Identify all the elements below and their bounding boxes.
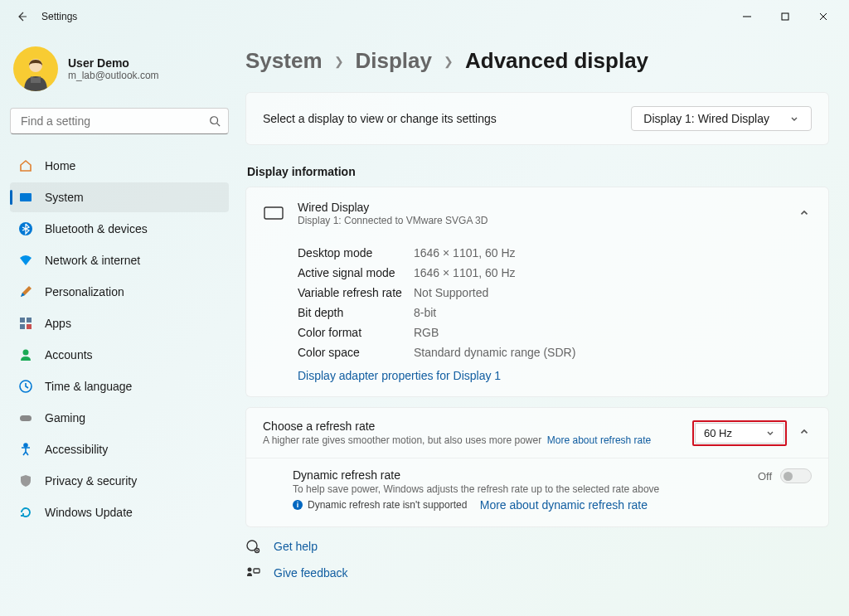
nav-gaming[interactable]: Gaming <box>10 403 229 433</box>
chevron-down-icon <box>765 428 775 438</box>
get-help-link[interactable]: Get help <box>245 539 829 554</box>
svg-rect-8 <box>27 324 32 329</box>
more-refresh-link[interactable]: More about refresh rate <box>547 434 651 446</box>
shield-icon <box>18 473 33 488</box>
info-key: Active signal mode <box>298 266 414 279</box>
nav-label: Accessibility <box>45 443 108 456</box>
clock-icon <box>18 379 33 394</box>
nav-personalization[interactable]: Personalization <box>10 277 229 307</box>
display-selector[interactable]: Display 1: Wired Display <box>631 106 812 131</box>
nav-label: Time & language <box>45 380 132 393</box>
toggle-label: Off <box>758 470 772 483</box>
svg-rect-17 <box>254 569 260 573</box>
chevron-down-icon <box>789 114 799 124</box>
dynamic-title: Dynamic refresh rate <box>293 468 746 482</box>
info-key: Bit depth <box>298 306 414 319</box>
refresh-rate-selector[interactable]: 60 Hz <box>695 423 784 444</box>
maximize-button[interactable] <box>766 3 804 30</box>
breadcrumb: System ❯ Display ❯ Advanced display <box>245 48 829 74</box>
crumb-system[interactable]: System <box>245 48 323 74</box>
back-button[interactable] <box>13 8 30 25</box>
crumb-display[interactable]: Display <box>356 48 433 74</box>
system-icon <box>18 190 33 205</box>
nav-network[interactable]: Network & internet <box>10 245 229 275</box>
info-val: Not Supported <box>414 286 488 299</box>
refresh-sub: A higher rate gives smoother motion, but… <box>263 434 541 446</box>
nav-bluetooth[interactable]: Bluetooth & devices <box>10 214 229 244</box>
info-icon: i <box>293 500 303 510</box>
section-display-info: Display information <box>247 165 829 178</box>
feedback-icon <box>245 565 260 580</box>
nav-label: Network & internet <box>45 254 140 267</box>
svg-rect-7 <box>20 324 25 329</box>
help-label: Get help <box>274 540 318 553</box>
nav-label: System <box>45 191 84 204</box>
window-title: Settings <box>41 11 77 22</box>
collapse-button[interactable] <box>798 425 812 440</box>
info-val: 1646 × 1101, 60 Hz <box>414 266 516 279</box>
nav-label: Personalization <box>45 285 124 298</box>
back-arrow-icon <box>15 10 28 23</box>
help-icon <box>245 539 260 554</box>
person-icon <box>18 347 33 362</box>
display-name: Wired Display <box>298 201 785 214</box>
nav-label: Home <box>45 159 75 172</box>
bluetooth-icon <box>18 221 33 236</box>
user-account[interactable]: User Demo m_lab@outlook.com <box>13 46 226 91</box>
nav-label: Privacy & security <box>45 474 137 487</box>
paintbrush-icon <box>18 284 33 299</box>
svg-rect-0 <box>782 13 788 20</box>
home-icon <box>18 158 33 173</box>
nav-privacy[interactable]: Privacy & security <box>10 466 229 496</box>
select-display-prompt: Select a display to view or change its s… <box>263 112 631 125</box>
wifi-icon <box>18 253 33 268</box>
svg-rect-6 <box>27 318 32 323</box>
nav-home[interactable]: Home <box>10 151 229 181</box>
chevron-right-icon: ❯ <box>334 55 344 68</box>
user-name: User Demo <box>68 56 159 70</box>
svg-point-2 <box>211 117 218 124</box>
info-key: Variable refresh rate <box>298 286 414 299</box>
dynamic-sub: To help save power, Windows adjusts the … <box>293 483 746 495</box>
crumb-current: Advanced display <box>465 48 648 74</box>
nav-accessibility[interactable]: Accessibility <box>10 434 229 464</box>
display-connected: Display 1: Connected to VMware SVGA 3D <box>298 215 785 226</box>
monitor-icon <box>263 206 284 222</box>
svg-point-9 <box>23 350 29 356</box>
nav-label: Bluetooth & devices <box>45 222 148 235</box>
dynamic-note: Dynamic refresh rate isn't supported <box>308 499 467 511</box>
info-val: RGB <box>414 326 439 339</box>
svg-rect-3 <box>20 193 32 201</box>
refresh-title: Choose a refresh rate <box>263 420 681 433</box>
adapter-properties-link[interactable]: Display adapter properties for Display 1 <box>298 369 501 382</box>
nav-label: Windows Update <box>45 506 133 519</box>
svg-point-12 <box>24 444 27 447</box>
nav-system[interactable]: System <box>10 182 229 212</box>
svg-rect-5 <box>20 318 25 323</box>
info-key: Color format <box>298 326 414 339</box>
collapse-button[interactable] <box>798 206 812 221</box>
svg-rect-13 <box>264 207 283 219</box>
nav-accounts[interactable]: Accounts <box>10 340 229 370</box>
close-button[interactable] <box>804 3 842 30</box>
avatar <box>13 46 58 91</box>
give-feedback-link[interactable]: Give feedback <box>245 565 829 580</box>
nav-label: Apps <box>45 317 71 330</box>
nav-label: Gaming <box>45 411 85 424</box>
minimize-button[interactable] <box>728 3 766 30</box>
nav-windows-update[interactable]: Windows Update <box>10 497 229 527</box>
user-email: m_lab@outlook.com <box>68 70 159 81</box>
more-dynamic-link[interactable]: More about dynamic refresh rate <box>480 498 648 512</box>
chevron-right-icon: ❯ <box>444 55 454 68</box>
svg-rect-11 <box>20 415 32 421</box>
svg-point-16 <box>248 568 252 572</box>
update-icon <box>18 505 33 520</box>
info-val: 8-bit <box>414 306 436 319</box>
nav-time-language[interactable]: Time & language <box>10 371 229 401</box>
nav-apps[interactable]: Apps <box>10 308 229 338</box>
accessibility-icon <box>18 442 33 457</box>
display-selector-value: Display 1: Wired Display <box>643 112 769 125</box>
info-key: Color space <box>298 346 414 359</box>
search-input[interactable] <box>10 108 229 134</box>
feedback-label: Give feedback <box>274 566 348 580</box>
